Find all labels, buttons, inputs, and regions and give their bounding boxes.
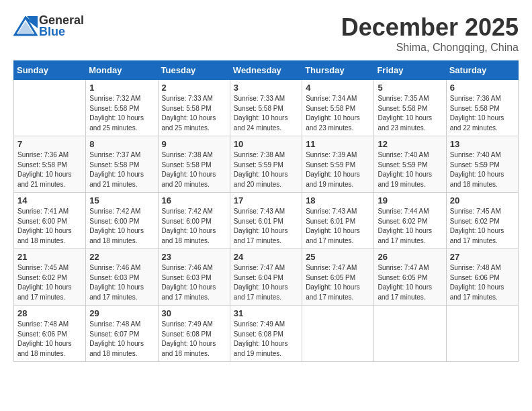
calendar-cell: 19Sunrise: 7:44 AM Sunset: 6:02 PM Dayli… — [374, 193, 446, 249]
calendar-cell: 25Sunrise: 7:47 AM Sunset: 6:05 PM Dayli… — [302, 249, 374, 306]
day-info: Sunrise: 7:39 AM Sunset: 5:59 PM Dayligh… — [306, 150, 370, 189]
day-number: 4 — [306, 83, 370, 93]
calendar-cell: 16Sunrise: 7:42 AM Sunset: 6:00 PM Dayli… — [158, 193, 230, 249]
calendar-cell: 11Sunrise: 7:39 AM Sunset: 5:59 PM Dayli… — [302, 136, 374, 193]
day-number: 22 — [89, 252, 154, 262]
calendar-cell: 30Sunrise: 7:49 AM Sunset: 6:08 PM Dayli… — [158, 306, 230, 362]
calendar-cell: 20Sunrise: 7:45 AM Sunset: 6:02 PM Dayli… — [446, 193, 518, 249]
day-number: 25 — [306, 252, 370, 262]
day-number: 24 — [234, 252, 298, 262]
calendar-week-row: 14Sunrise: 7:41 AM Sunset: 6:00 PM Dayli… — [14, 193, 519, 249]
day-number: 13 — [450, 139, 515, 149]
calendar-cell: 31Sunrise: 7:49 AM Sunset: 6:08 PM Dayli… — [230, 306, 302, 362]
calendar-cell: 12Sunrise: 7:40 AM Sunset: 5:59 PM Dayli… — [374, 136, 446, 193]
calendar-cell: 23Sunrise: 7:46 AM Sunset: 6:03 PM Dayli… — [158, 249, 230, 306]
day-info: Sunrise: 7:42 AM Sunset: 6:00 PM Dayligh… — [89, 207, 154, 246]
day-info: Sunrise: 7:40 AM Sunset: 5:59 PM Dayligh… — [378, 150, 442, 189]
calendar-week-row: 28Sunrise: 7:48 AM Sunset: 6:06 PM Dayli… — [14, 306, 519, 362]
day-number: 29 — [89, 308, 154, 318]
day-number: 18 — [306, 195, 370, 205]
calendar-cell: 18Sunrise: 7:43 AM Sunset: 6:01 PM Dayli… — [302, 193, 374, 249]
weekday-header-cell: Saturday — [446, 61, 518, 80]
day-number: 28 — [17, 308, 82, 318]
day-info: Sunrise: 7:36 AM Sunset: 5:58 PM Dayligh… — [17, 150, 82, 189]
logo-blue-text: Blue — [39, 25, 84, 39]
location-title: Shima, Chongqing, China — [341, 42, 519, 54]
day-info: Sunrise: 7:40 AM Sunset: 5:59 PM Dayligh… — [450, 150, 515, 189]
weekday-header-cell: Tuesday — [158, 61, 230, 80]
day-info: Sunrise: 7:42 AM Sunset: 6:00 PM Dayligh… — [162, 207, 226, 246]
calendar-cell: 15Sunrise: 7:42 AM Sunset: 6:00 PM Dayli… — [86, 193, 158, 249]
calendar-cell: 14Sunrise: 7:41 AM Sunset: 6:00 PM Dayli… — [14, 193, 86, 249]
weekday-header-cell: Friday — [374, 61, 446, 80]
day-number: 8 — [89, 139, 154, 149]
day-number: 21 — [17, 252, 82, 262]
calendar-cell — [374, 306, 446, 362]
day-info: Sunrise: 7:45 AM Sunset: 6:02 PM Dayligh… — [17, 263, 82, 302]
day-number: 16 — [162, 195, 226, 205]
day-info: Sunrise: 7:33 AM Sunset: 5:58 PM Dayligh… — [162, 94, 226, 133]
logo-icon — [13, 16, 38, 36]
day-number: 6 — [450, 83, 515, 93]
calendar-cell: 22Sunrise: 7:46 AM Sunset: 6:03 PM Dayli… — [86, 249, 158, 306]
calendar-cell: 4Sunrise: 7:34 AM Sunset: 5:58 PM Daylig… — [302, 80, 374, 136]
day-number: 17 — [234, 195, 298, 205]
calendar-cell: 27Sunrise: 7:48 AM Sunset: 6:06 PM Dayli… — [446, 249, 518, 306]
calendar-cell: 1Sunrise: 7:32 AM Sunset: 5:58 PM Daylig… — [86, 80, 158, 136]
header: General Blue December 2025 Shima, Chongq… — [13, 13, 519, 54]
day-number: 26 — [378, 252, 442, 262]
day-number: 2 — [162, 83, 226, 93]
day-info: Sunrise: 7:47 AM Sunset: 6:04 PM Dayligh… — [234, 263, 298, 302]
calendar-cell: 26Sunrise: 7:47 AM Sunset: 6:05 PM Dayli… — [374, 249, 446, 306]
day-info: Sunrise: 7:38 AM Sunset: 5:58 PM Dayligh… — [162, 150, 226, 189]
day-info: Sunrise: 7:32 AM Sunset: 5:58 PM Dayligh… — [89, 94, 154, 133]
day-info: Sunrise: 7:46 AM Sunset: 6:03 PM Dayligh… — [89, 263, 154, 302]
day-number: 31 — [234, 308, 298, 318]
day-info: Sunrise: 7:38 AM Sunset: 5:59 PM Dayligh… — [234, 150, 298, 189]
day-info: Sunrise: 7:47 AM Sunset: 6:05 PM Dayligh… — [306, 263, 370, 302]
day-info: Sunrise: 7:45 AM Sunset: 6:02 PM Dayligh… — [450, 207, 515, 246]
day-number: 7 — [17, 139, 82, 149]
day-number: 5 — [378, 83, 442, 93]
day-info: Sunrise: 7:36 AM Sunset: 5:58 PM Dayligh… — [450, 94, 515, 133]
day-info: Sunrise: 7:49 AM Sunset: 6:08 PM Dayligh… — [162, 320, 226, 359]
calendar-cell: 6Sunrise: 7:36 AM Sunset: 5:58 PM Daylig… — [446, 80, 518, 136]
day-info: Sunrise: 7:37 AM Sunset: 5:58 PM Dayligh… — [89, 150, 154, 189]
day-number: 20 — [450, 195, 515, 205]
calendar-cell: 5Sunrise: 7:35 AM Sunset: 5:58 PM Daylig… — [374, 80, 446, 136]
calendar-cell: 29Sunrise: 7:48 AM Sunset: 6:07 PM Dayli… — [86, 306, 158, 362]
day-number: 27 — [450, 252, 515, 262]
title-area: December 2025 Shima, Chongqing, China — [341, 13, 519, 54]
day-info: Sunrise: 7:46 AM Sunset: 6:03 PM Dayligh… — [162, 263, 226, 302]
calendar-cell: 13Sunrise: 7:40 AM Sunset: 5:59 PM Dayli… — [446, 136, 518, 193]
month-title: December 2025 — [341, 13, 519, 42]
day-number: 9 — [162, 139, 226, 149]
calendar-cell: 28Sunrise: 7:48 AM Sunset: 6:06 PM Dayli… — [14, 306, 86, 362]
day-info: Sunrise: 7:47 AM Sunset: 6:05 PM Dayligh… — [378, 263, 442, 302]
calendar-cell: 7Sunrise: 7:36 AM Sunset: 5:58 PM Daylig… — [14, 136, 86, 193]
day-info: Sunrise: 7:43 AM Sunset: 6:01 PM Dayligh… — [306, 207, 370, 246]
day-info: Sunrise: 7:48 AM Sunset: 6:06 PM Dayligh… — [17, 320, 82, 359]
weekday-header-cell: Wednesday — [230, 61, 302, 80]
calendar-cell: 8Sunrise: 7:37 AM Sunset: 5:58 PM Daylig… — [86, 136, 158, 193]
day-info: Sunrise: 7:33 AM Sunset: 5:58 PM Dayligh… — [234, 94, 298, 133]
calendar-week-row: 21Sunrise: 7:45 AM Sunset: 6:02 PM Dayli… — [14, 249, 519, 306]
day-number: 15 — [89, 195, 154, 205]
day-info: Sunrise: 7:48 AM Sunset: 6:06 PM Dayligh… — [450, 263, 515, 302]
day-number: 14 — [17, 195, 82, 205]
calendar-cell: 21Sunrise: 7:45 AM Sunset: 6:02 PM Dayli… — [14, 249, 86, 306]
calendar-cell: 2Sunrise: 7:33 AM Sunset: 5:58 PM Daylig… — [158, 80, 230, 136]
calendar-week-row: 7Sunrise: 7:36 AM Sunset: 5:58 PM Daylig… — [14, 136, 519, 193]
calendar-cell: 10Sunrise: 7:38 AM Sunset: 5:59 PM Dayli… — [230, 136, 302, 193]
logo: General Blue — [13, 13, 84, 39]
day-number: 23 — [162, 252, 226, 262]
calendar-week-row: 1Sunrise: 7:32 AM Sunset: 5:58 PM Daylig… — [14, 80, 519, 136]
day-info: Sunrise: 7:43 AM Sunset: 6:01 PM Dayligh… — [234, 207, 298, 246]
day-number: 10 — [234, 139, 298, 149]
weekday-header-row: SundayMondayTuesdayWednesdayThursdayFrid… — [14, 61, 519, 80]
day-number: 19 — [378, 195, 442, 205]
day-number: 3 — [234, 83, 298, 93]
day-info: Sunrise: 7:44 AM Sunset: 6:02 PM Dayligh… — [378, 207, 442, 246]
calendar-body: 1Sunrise: 7:32 AM Sunset: 5:58 PM Daylig… — [14, 80, 519, 362]
calendar-cell: 9Sunrise: 7:38 AM Sunset: 5:58 PM Daylig… — [158, 136, 230, 193]
